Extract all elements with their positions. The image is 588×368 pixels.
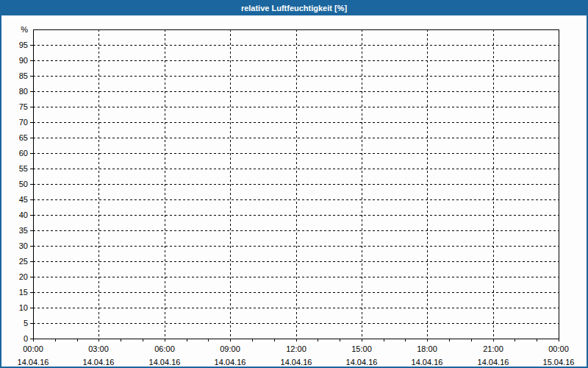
- y-tick-label: 0: [24, 334, 28, 343]
- x-tick-time-label: 00:00: [548, 344, 569, 353]
- chart-title: relative Luftfeuchtigkeit [%]: [241, 1, 347, 15]
- x-tick-time-label: 09:00: [220, 344, 240, 353]
- y-axis-unit-label: %: [21, 25, 28, 34]
- y-tick-label: 10: [19, 303, 28, 312]
- y-tick-label: 85: [19, 71, 28, 80]
- y-tick-label: 80: [19, 87, 28, 96]
- x-tick-time-label: 03:00: [88, 344, 109, 353]
- y-tick-label: 60: [19, 149, 28, 158]
- chart-region: 05101520253035404550556065707580859095%0…: [1, 15, 587, 367]
- y-tick-label: 35: [19, 226, 28, 235]
- y-tick-label: 70: [19, 118, 28, 127]
- y-tick-label: 30: [19, 241, 28, 250]
- y-tick-label: 45: [19, 195, 28, 204]
- humidity-chart-svg: 05101520253035404550556065707580859095%0…: [1, 15, 587, 367]
- axis-labels: 05101520253035404550556065707580859095%0…: [18, 25, 575, 367]
- x-tick-time-label: 12:00: [286, 344, 306, 353]
- y-tick-label: 40: [19, 210, 28, 219]
- y-tick-label: 95: [19, 40, 28, 49]
- x-tick-date-label: 15.04.16: [543, 358, 575, 367]
- x-tick-date-label: 14.04.16: [412, 358, 443, 367]
- y-tick-label: 15: [19, 288, 28, 297]
- x-tick-time-label: 21:00: [483, 344, 503, 353]
- x-tick-time-label: 06:00: [154, 344, 175, 353]
- y-tick-label: 20: [19, 272, 28, 281]
- x-tick-date-label: 14.04.16: [83, 358, 115, 367]
- y-tick-label: 50: [19, 180, 28, 188]
- y-tick-label: 5: [24, 319, 28, 328]
- x-tick-date-label: 14.04.16: [281, 358, 312, 367]
- y-tick-label: 75: [19, 102, 28, 111]
- x-tick-time-label: 00:00: [23, 344, 43, 353]
- x-tick-date-label: 14.04.16: [18, 358, 49, 367]
- x-tick-date-label: 14.04.16: [215, 358, 246, 367]
- axes: [30, 29, 559, 342]
- y-tick-label: 90: [19, 56, 28, 65]
- x-tick-date-label: 14.04.16: [149, 358, 181, 367]
- chart-titlebar: relative Luftfeuchtigkeit [%]: [1, 1, 587, 15]
- x-tick-time-label: 18:00: [417, 344, 437, 353]
- x-tick-time-label: 15:00: [351, 344, 372, 353]
- y-tick-label: 25: [19, 257, 28, 266]
- gridlines: [33, 29, 559, 339]
- chart-window: relative Luftfeuchtigkeit [%] 0510152025…: [0, 0, 588, 368]
- x-tick-date-label: 14.04.16: [478, 358, 509, 367]
- y-tick-label: 65: [19, 133, 28, 142]
- y-tick-label: 55: [19, 164, 28, 173]
- x-tick-date-label: 14.04.16: [346, 358, 378, 367]
